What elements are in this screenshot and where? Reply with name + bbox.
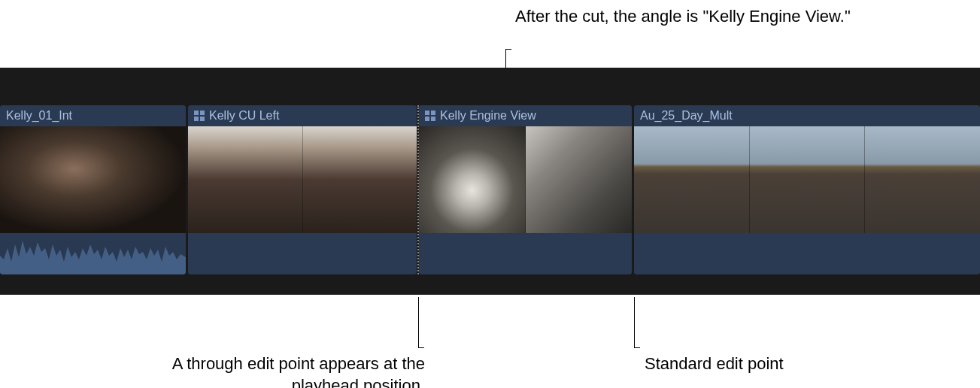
thumbnail [634,126,750,233]
thumbnail [0,126,186,233]
clip-header: Kelly_01_Int [0,105,186,126]
thumbnail [750,126,866,233]
thumbnail [188,126,303,233]
svg-rect-0 [194,111,199,115]
clip-audio-lane[interactable] [0,233,186,274]
clip-au-25-day-mult[interactable]: Au_25_Day_Mult [634,105,980,274]
clip-name-label: Au_25_Day_Mult [640,109,733,123]
clip-thumbnails [634,126,980,233]
svg-rect-2 [194,117,199,121]
clip-thumbnails [188,126,417,233]
clip-header: Au_25_Day_Mult [634,105,980,126]
clip-name-label: Kelly Engine View [440,109,536,123]
clip-kelly-engine-view[interactable]: Kelly Engine View [419,105,632,274]
clip-header: Kelly Engine View [419,105,632,126]
multicam-icon [425,111,435,121]
timeline[interactable]: Kelly_01_Int Kelly CU Left [0,68,980,295]
clip-header: Kelly CU Left [188,105,417,126]
svg-rect-4 [425,111,429,115]
through-edit-marker [417,105,419,274]
clip-audio-lane[interactable] [634,233,980,274]
thumbnail [865,126,980,233]
audio-waveform [0,233,186,274]
clip-thumbnails [0,126,186,233]
callout-leader-bottom-right [634,297,635,348]
clip-audio-lane[interactable] [419,233,632,274]
clip-name-label: Kelly_01_Int [6,109,72,123]
clip-name-label: Kelly CU Left [209,109,279,123]
callout-leader-bottom-left [418,297,419,348]
svg-rect-5 [431,111,435,115]
callout-top: After the cut, the angle is "Kelly Engin… [515,6,851,28]
clip-audio-lane[interactable] [188,233,417,274]
thumbnail [303,126,417,233]
clip-kelly-01-int[interactable]: Kelly_01_Int [0,105,186,274]
timeline-track[interactable]: Kelly_01_Int Kelly CU Left [0,105,980,274]
thumbnail [419,126,526,233]
callout-bottom-right: Standard edit point [645,353,784,375]
svg-rect-3 [200,117,205,121]
svg-rect-1 [200,111,205,115]
svg-rect-6 [425,117,429,121]
callout-bottom-left: A through edit point appears at the play… [139,353,425,388]
clip-kelly-cu-left[interactable]: Kelly CU Left [188,105,417,274]
clip-thumbnails [419,126,632,233]
svg-rect-7 [431,117,435,121]
multicam-icon [194,111,205,121]
thumbnail [526,126,632,233]
